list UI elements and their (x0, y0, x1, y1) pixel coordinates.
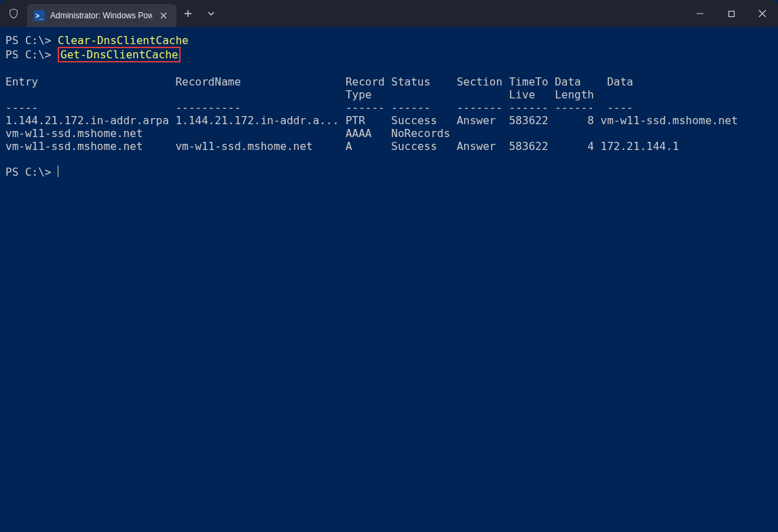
close-button[interactable] (747, 0, 778, 27)
table-header-row: Entry RecordName Record Status Section T… (5, 75, 633, 88)
svg-rect-0 (728, 11, 734, 16)
terminal-output[interactable]: PS C:\> Clear-DnsClientCache PS C:\> Get… (0, 27, 778, 532)
terminal-window: >_ Administrator: Windows Powe PS C:\> C… (0, 0, 778, 532)
active-tab[interactable]: >_ Administrator: Windows Powe (27, 4, 177, 27)
prompt: PS C:\> (5, 48, 51, 61)
tab-close-button[interactable] (158, 11, 170, 20)
command-2: Get-DnsClientCache (60, 48, 178, 61)
cursor (58, 166, 58, 177)
prompt: PS C:\> (5, 34, 51, 47)
command-1: Clear-DnsClientCache (58, 34, 189, 47)
shield-icon (0, 0, 27, 27)
minimize-button[interactable] (684, 0, 716, 27)
tab-title: Administrator: Windows Powe (50, 11, 152, 20)
powershell-icon: >_ (34, 10, 45, 21)
new-tab-button[interactable] (177, 0, 200, 27)
tab-dropdown-button[interactable] (200, 0, 223, 27)
table-header-row: Type Live Length (5, 88, 601, 101)
table-body: 1.144.21.172.in-addr.arpa 1.144.21.172.i… (5, 114, 738, 153)
titlebar[interactable]: >_ Administrator: Windows Powe (0, 0, 778, 27)
maximize-button[interactable] (716, 0, 747, 27)
highlighted-command: Get-DnsClientCache (58, 47, 181, 62)
table-divider-row: ----- ---------- ------ ------ ------- -… (5, 101, 633, 114)
titlebar-drag-area[interactable] (223, 0, 684, 27)
prompt: PS C:\> (5, 166, 51, 178)
